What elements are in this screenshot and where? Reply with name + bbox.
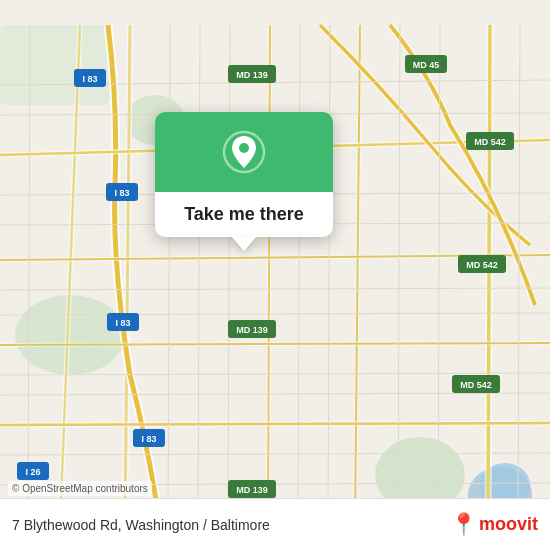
svg-rect-3 — [0, 25, 110, 105]
moovit-logo-text: moovit — [479, 514, 538, 535]
moovit-pin-icon: 📍 — [450, 512, 477, 538]
svg-text:MD 139: MD 139 — [236, 325, 268, 335]
svg-line-42 — [518, 25, 520, 525]
map-container: I 83 I 83 I 83 I 83 I 26 MD 45 MD 139 MD… — [0, 0, 550, 550]
svg-line-36 — [198, 25, 200, 525]
svg-text:I 83: I 83 — [114, 188, 129, 198]
osm-attribution: © OpenStreetMap contributors — [8, 481, 152, 496]
svg-line-39 — [328, 25, 330, 525]
moovit-logo: 📍 moovit — [450, 512, 538, 538]
svg-text:MD 542: MD 542 — [460, 380, 492, 390]
bottom-bar: 7 Blythewood Rd, Washington / Baltimore … — [0, 498, 550, 550]
address-label: 7 Blythewood Rd, Washington / Baltimore — [12, 517, 270, 533]
svg-text:MD 139: MD 139 — [236, 70, 268, 80]
svg-text:MD 542: MD 542 — [466, 260, 498, 270]
svg-line-32 — [0, 453, 550, 455]
svg-line-15 — [488, 25, 490, 525]
svg-line-28 — [0, 288, 550, 290]
svg-line-31 — [0, 393, 550, 395]
take-me-there-button[interactable]: Take me there — [168, 192, 320, 237]
tooltip-card[interactable]: Take me there — [155, 112, 333, 237]
map-svg: I 83 I 83 I 83 I 83 I 26 MD 45 MD 139 MD… — [0, 0, 550, 550]
svg-line-38 — [298, 25, 300, 525]
osm-attribution-text: © OpenStreetMap contributors — [12, 483, 148, 494]
svg-text:I 83: I 83 — [141, 434, 156, 444]
location-pin-icon — [222, 130, 266, 174]
svg-text:MD 542: MD 542 — [474, 137, 506, 147]
svg-point-71 — [239, 143, 249, 153]
svg-text:MD 139: MD 139 — [236, 485, 268, 495]
svg-text:I 83: I 83 — [82, 74, 97, 84]
tooltip-icon-area — [155, 112, 333, 192]
svg-line-37 — [228, 25, 230, 525]
svg-text:I 83: I 83 — [115, 318, 130, 328]
svg-text:I 26: I 26 — [25, 467, 40, 477]
svg-text:MD 45: MD 45 — [413, 60, 440, 70]
tooltip-arrow — [232, 237, 256, 251]
